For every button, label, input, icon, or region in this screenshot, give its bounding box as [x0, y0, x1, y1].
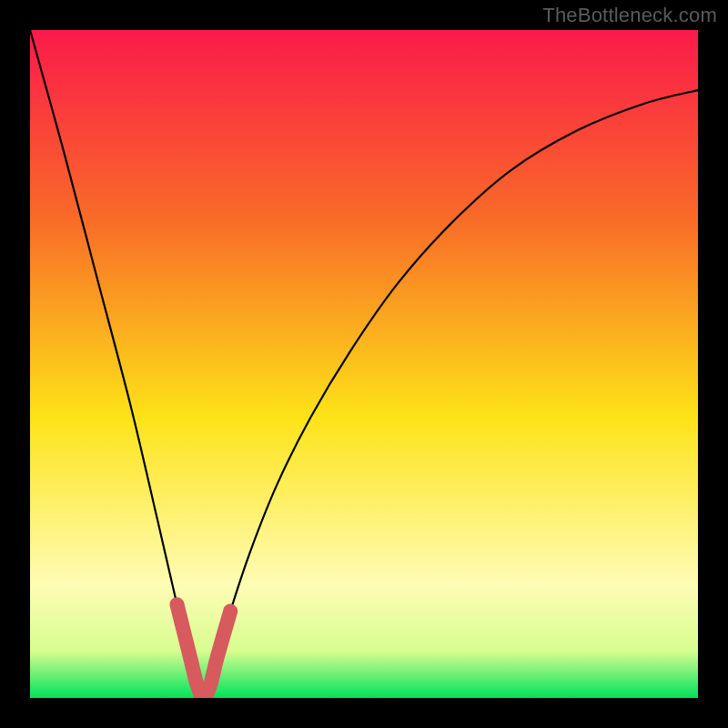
bottleneck-chart	[0, 0, 728, 728]
watermark-text: TheBottleneck.com	[542, 4, 717, 27]
chart-stage: TheBottleneck.com	[0, 0, 728, 728]
gradient-background	[30, 30, 698, 698]
